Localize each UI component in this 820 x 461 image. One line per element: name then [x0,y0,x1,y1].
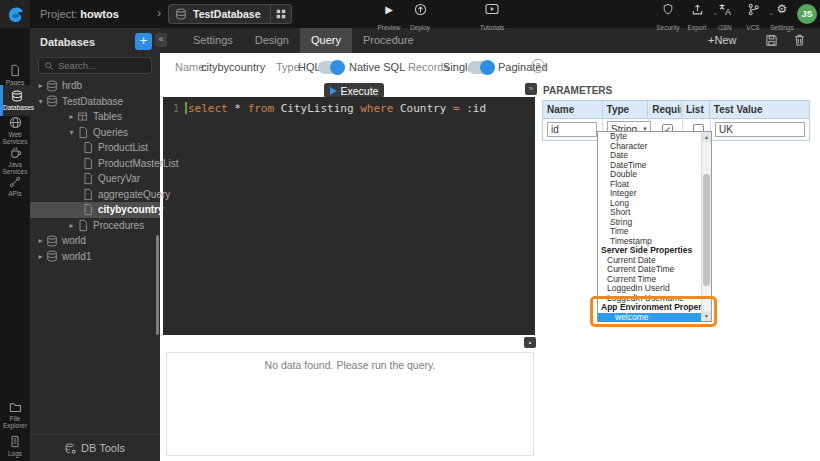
search-icon [44,61,54,71]
tree-arrow-icon[interactable]: ▾ [66,128,77,137]
tree-arrow-icon[interactable]: ▸ [66,112,77,121]
tree-item-testdatabase[interactable]: ▾TestDatabase [30,94,160,110]
results-panel: No data found. Please run the query. [166,352,534,456]
tree-arrow-icon[interactable]: ▸ [35,81,46,90]
collapse-editor-button[interactable]: ▴ [524,337,536,348]
dropdown-option-date[interactable]: Date [598,151,702,161]
dropdown-option-character[interactable]: Character [598,142,702,152]
tree-arrow-icon[interactable]: ▾ [35,97,46,106]
preview-button[interactable]: ▶Preview [372,3,406,34]
dropdown-option-loggedin-userid[interactable]: LoggedIn UserId [598,284,702,294]
column-header-name: Name [543,101,603,118]
rail-item-java-services[interactable]: Java Services [0,146,30,175]
deploy-label: Deploy [410,24,430,31]
tree-arrow-icon[interactable]: ▸ [66,221,77,230]
tree-item-queries[interactable]: ▾Queries [30,125,160,141]
tree-item-queryvar[interactable]: QueryVar [30,171,160,187]
sidebar-title: Databases [40,36,95,48]
rail-item-apis[interactable]: APIs [0,176,30,197]
dropdown-option-double[interactable]: Double [598,170,702,180]
tree-item-world[interactable]: ▸world [30,233,160,249]
no-data-message: No data found. Please run the query. [167,359,533,371]
dropdown-option-time[interactable]: Time [598,227,702,237]
tree-item-aggregatequery[interactable]: aggregateQuery [30,187,160,203]
java-services-label: Java Services [0,161,30,175]
dropdown-option-datetime[interactable]: DateTime [598,161,702,171]
tree-item-hrdb[interactable]: ▸hrdb [30,78,160,94]
rail-item-pages[interactable]: Pages [0,64,30,86]
preview-label: Preview [377,24,400,31]
dropdown-option-short[interactable]: Short [598,208,702,218]
tab-query[interactable]: Query [300,28,352,53]
query-name-value: citybycountry [201,61,265,73]
settings-button[interactable]: ⚙Settings⌄ [765,3,799,34]
tab-design[interactable]: Design [244,28,300,53]
dropdown-option-float[interactable]: Float [598,180,702,190]
tree-item-productlist[interactable]: ProductList [30,140,160,156]
dropdown-group-app-environment-properties[interactable]: App Environment Properties [598,303,702,313]
databases-icon [3,90,30,102]
save-icon[interactable] [765,34,778,47]
tree-item-world1[interactable]: ▸world1 [30,249,160,265]
add-database-button[interactable]: + [135,33,152,50]
topbar: Project: howtos › TestDatabase ▶PreviewD… [0,0,820,28]
tree-item-procedures[interactable]: ▸Procedures [30,218,160,234]
dropdown-scrollbar[interactable]: ▲ ▼ [701,132,711,321]
rail-item-file-explorer[interactable]: File Explorer [0,401,30,429]
tutorials-button[interactable]: Tutorials [475,3,509,34]
scroll-up-icon[interactable]: ▲ [702,132,711,142]
tree-item-label: ProductMasterList [98,158,179,169]
records-toggle[interactable] [468,61,494,74]
dropdown-option-loggedin-username[interactable]: LoggedIn Username [598,294,702,304]
tree-arrow-icon[interactable]: ▸ [35,252,46,261]
expand-parameters-button[interactable]: » [525,83,537,95]
deploy-button[interactable]: Deploy [403,3,437,34]
user-avatar[interactable]: JS [797,4,817,24]
column-header-test-value: Test Value [710,101,809,118]
sql-editor[interactable]: 1 select * from CityListing where Countr… [163,97,535,335]
rail-item-logs[interactable]: Logs [0,435,30,457]
search-input[interactable]: Search... [38,57,152,74]
dropdown-option-long[interactable]: Long [598,199,702,209]
records-toggle-knob [480,60,495,75]
grid-view-icon[interactable] [270,5,291,23]
dropdown-option-string[interactable]: String [598,218,702,228]
file-explorer-icon [0,401,30,413]
tree-arrow-icon[interactable]: ▸ [35,236,46,245]
dropdown-option-welcome[interactable]: welcome [598,313,702,323]
param-testvalue-input[interactable]: UK [715,122,805,137]
param-name-input[interactable]: id [547,122,597,137]
new-query-button[interactable]: +New [708,34,736,46]
dropdown-option-current-time[interactable]: Current Time [598,275,702,285]
tree-item-label: world [62,235,86,246]
dropdown-option-current-datetime[interactable]: Current DateTime [598,265,702,275]
dropdown-option-byte[interactable]: Byte [598,132,702,142]
help-icon[interactable]: ? [531,59,545,73]
rail-item-databases[interactable]: Databases [0,85,30,116]
execute-button[interactable]: Execute [324,83,384,98]
tree-item-productmasterlist[interactable]: ProductMasterList [30,156,160,172]
sidebar-collapse-button[interactable]: « [155,33,167,47]
web-services-label: Web Services [0,131,30,145]
tree-item-citybycountry[interactable]: citybycountry [30,202,160,218]
rail-item-web-services[interactable]: Web Services [0,116,30,145]
db-tools-button[interactable]: DB Tools [30,434,160,461]
scroll-down-icon[interactable]: ▼ [702,311,711,321]
database-selector[interactable]: TestDatabase [168,4,292,24]
tree-item-label: citybycountry [98,204,164,215]
doc-icon [77,219,91,232]
dropdown-option-current-date[interactable]: Current Date [598,256,702,266]
scrollbar-thumb[interactable] [703,174,710,286]
type-toggle[interactable] [318,61,344,74]
dropdown-option-timestamp[interactable]: Timestamp [598,237,702,247]
dropdown-option-integer[interactable]: Integer [598,189,702,199]
type-option-nativesql[interactable]: Native SQL [349,61,405,73]
column-header-type: Type [603,101,649,118]
sidebar-scrollbar[interactable] [156,235,159,335]
tree-item-tables[interactable]: ▸Tables [30,109,160,125]
dropdown-group-server-side-properties[interactable]: Server Side Properties [598,246,702,256]
trash-icon[interactable] [793,33,806,47]
app-logo-icon[interactable] [0,0,30,28]
db-icon [46,235,60,247]
tab-settings[interactable]: Settings [182,28,244,53]
